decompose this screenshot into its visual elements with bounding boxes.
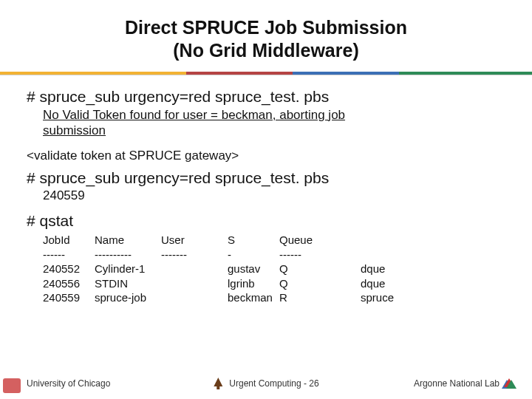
qstat-row: 240556 STDIN lgrinb Q dque	[43, 276, 505, 291]
col-name: Name	[95, 233, 161, 248]
col-queue: Queue	[279, 233, 361, 248]
qstat-header: JobId Name User S Queue	[43, 233, 505, 248]
slide-content: # spruce_sub urgency=red spruce_test. pb…	[0, 76, 532, 305]
title-line-2: (No Grid Middleware)	[173, 40, 358, 61]
col-s: S	[228, 233, 279, 248]
title-line-1: Direct SPRUCE Job Submission	[125, 17, 407, 38]
footer-left: University of Chicago	[27, 378, 110, 389]
argonne-logo-icon	[504, 378, 514, 389]
command-line-3: # qstat	[27, 212, 505, 230]
accent-bar	[0, 72, 532, 75]
slide-title: Direct SPRUCE Job Submission (No Grid Mi…	[0, 0, 532, 72]
spruce-tree-icon	[213, 378, 223, 389]
error-line-1: No Valid Token found for user = beckman,…	[43, 108, 345, 122]
output-error-msg: No Valid Token found for user = beckman,…	[43, 107, 457, 139]
command-line-1: # spruce_sub urgency=red spruce_test. pb…	[27, 88, 505, 106]
footer-right: Argonne National Lab	[414, 378, 499, 389]
command-line-2: # spruce_sub urgency=red spruce_test. pb…	[27, 169, 505, 187]
footer-center-text: Urgent Computing -	[229, 378, 307, 389]
col-jobid: JobId	[43, 233, 95, 248]
error-line-2: submission	[43, 123, 106, 137]
qstat-divider: ------ ---------- ------- - ------	[43, 248, 505, 262]
job-id-output: 240559	[43, 188, 505, 203]
page-number: 26	[309, 378, 318, 389]
qstat-output: JobId Name User S Queue ------ ---------…	[43, 233, 505, 305]
validate-note: <validate token at SPRUCE gateway>	[27, 149, 505, 163]
slide-footer: University of Chicago Urgent Computing -…	[0, 378, 532, 389]
col-user: User	[161, 233, 228, 248]
col-dest	[361, 233, 427, 248]
qstat-row: 240559 spruce-job beckman R spruce	[43, 290, 505, 305]
qstat-row: 240552 Cylinder-1 gustav Q dque	[43, 262, 505, 276]
